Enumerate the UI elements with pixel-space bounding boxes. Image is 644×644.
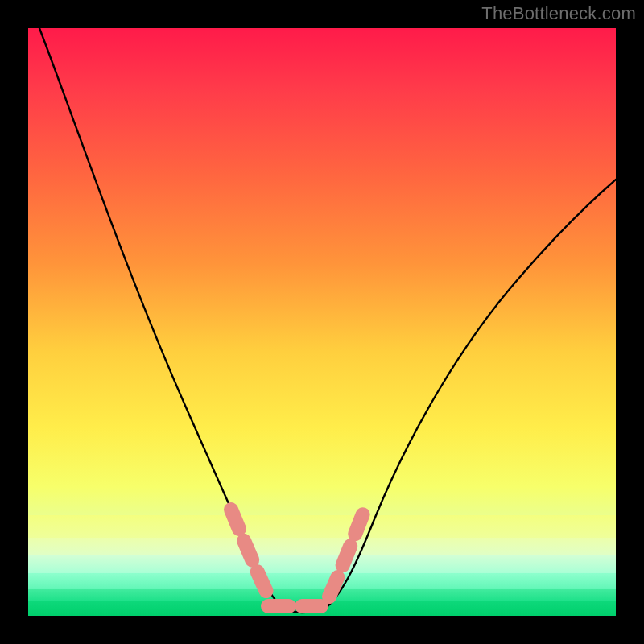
chart-frame: TheBottleneck.com [0, 0, 644, 644]
black-curve [39, 28, 616, 613]
curve-svg [28, 28, 616, 616]
watermark-text: TheBottleneck.com [481, 3, 636, 24]
plot-area [28, 28, 616, 616]
highlight-left [231, 510, 266, 592]
highlight-group [231, 510, 365, 606]
